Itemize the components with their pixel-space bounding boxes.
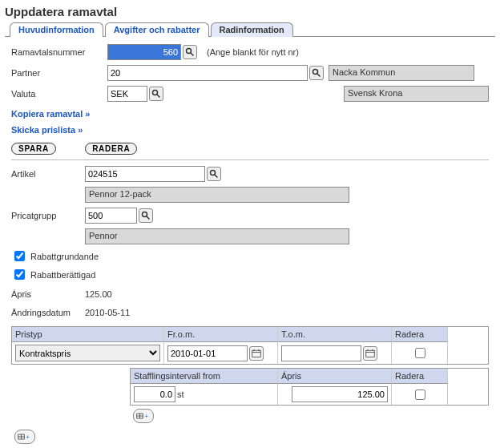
apris-label: Ápris [11,289,85,299]
svg-point-2 [313,70,318,75]
artikel-input[interactable] [85,166,205,182]
svg-line-5 [157,95,160,98]
calendar-icon[interactable] [363,346,377,361]
staff-grid: Stafflingsintervall from Ápris Radera st [130,368,489,406]
artikel-name: Pennor 12-pack [85,187,349,203]
save-button[interactable]: SPARA [11,143,56,155]
pricat-name: Pennor [85,228,349,244]
tab-avgifter[interactable]: Avgifter och rabatter [105,22,209,37]
partner-label: Partner [11,68,107,78]
artikel-label: Artikel [11,169,85,179]
col-pristyp: Pristyp [12,327,164,342]
rabattberattigad-checkbox[interactable] [14,269,25,280]
svg-point-6 [211,171,216,176]
svg-point-8 [143,212,147,217]
calendar-icon[interactable] [249,346,264,361]
rabattgrundande-label: Rabattgrundande [30,252,99,261]
price-grid: Pristyp Fr.o.m. T.o.m. Radera Kontraktsp… [11,326,489,365]
valuta-input[interactable] [107,86,147,102]
col-staff-apris: Ápris [278,369,392,384]
valuta-label: Valuta [11,89,107,99]
ramavtal-hint: (Ange blankt för nytt nr) [207,47,299,57]
svg-line-1 [191,53,194,56]
tom-date-input[interactable] [281,345,361,361]
svg-line-7 [215,175,218,178]
andring-value: 2010-05-11 [85,308,130,317]
apris-value: 125.00 [85,289,112,299]
col-from: Fr.o.m. [164,327,278,342]
valuta-name: Svensk Krona [344,86,489,102]
pricat-input[interactable] [85,208,137,224]
rabattgrundande-checkbox[interactable] [14,251,25,261]
interval-input[interactable] [134,386,175,402]
svg-point-4 [152,91,157,95]
magnifier-icon[interactable] [309,66,324,80]
rabattberattigad-label: Rabattberättigad [30,270,95,280]
svg-line-3 [317,74,321,77]
ramavtal-label: Ramavtalsnummer [11,47,107,57]
from-date-input[interactable] [167,345,248,361]
magnifier-icon[interactable] [149,87,163,101]
tab-huvudinformation[interactable]: Huvudinformation [10,22,103,37]
magnifier-icon[interactable] [183,45,197,59]
magnifier-icon[interactable] [207,167,221,181]
unit-label: st [177,389,184,399]
svg-text:+: + [145,413,149,420]
svg-line-9 [147,216,150,220]
page-title: Uppdatera ramavtal [5,5,495,18]
staff-radera-checkbox[interactable] [415,389,425,400]
svg-rect-10 [252,350,261,357]
partner-name: Nacka Kommun [329,65,474,81]
andring-label: Ändringsdatum [11,308,85,317]
delete-button[interactable]: RADERA [85,143,137,155]
svg-rect-14 [366,350,375,357]
send-prislista-link[interactable]: Skicka prislista » [11,125,83,135]
col-tom: T.o.m. [278,327,392,342]
col-staff-radera: Radera [392,369,448,384]
tab-bar: Huvudinformation Avgifter och rabatter R… [5,22,495,37]
copy-ramavtal-link[interactable]: Kopiera ramavtal » [11,109,90,119]
magnifier-icon[interactable] [139,208,153,223]
staff-apris-input[interactable] [292,386,388,402]
main-section: Ramavtalsnummer (Ange blankt för nytt nr… [5,42,495,448]
pricat-label: Pricatgrupp [11,211,85,220]
svg-text:+: + [26,434,30,441]
pristyp-select[interactable]: Kontraktspris [15,345,160,361]
col-radera: Radera [392,327,448,342]
col-interval: Stafflingsintervall from [131,369,278,384]
tab-radinformation[interactable]: Radinformation [211,22,293,37]
add-row-icon[interactable]: + [133,409,154,423]
svg-point-0 [187,49,192,54]
add-row-icon[interactable]: + [14,430,35,444]
partner-input[interactable] [107,65,308,81]
radera-checkbox[interactable] [415,348,425,358]
ramavtal-input[interactable] [107,44,181,60]
